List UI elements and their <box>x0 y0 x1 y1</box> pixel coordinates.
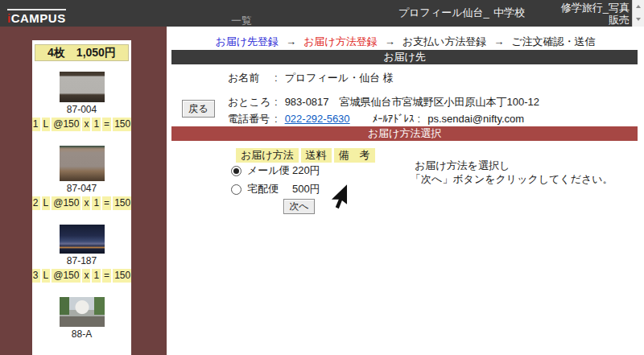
option-fee: 500円 <box>292 182 320 196</box>
name-value: プロフィール・仙台 様 <box>285 71 394 85</box>
delivery-method-header: お届け方法選択 <box>171 126 638 141</box>
breadcrumb-step-address[interactable]: お届け先登録 <box>215 35 279 47</box>
header-scrollbar[interactable] <box>632 0 644 27</box>
item-number: 3 <box>32 269 40 283</box>
column-note: 備 考 <box>334 148 375 163</box>
mouse-cursor-icon <box>330 184 349 211</box>
item-size: L <box>42 118 51 131</box>
item-times: x <box>82 118 90 131</box>
email-value: ps.sendai@nifty.com <box>427 113 524 125</box>
back-button[interactable]: 戻る <box>182 100 215 118</box>
event-line1: 修学旅行_写真 <box>561 2 630 14</box>
name-row: お名前 : プロフィール・仙台 様 <box>228 72 394 84</box>
cart-item: 88-A <box>32 297 131 340</box>
instruction-line1: お届け方法を選択し <box>411 159 613 172</box>
address-label: おところ <box>228 95 275 109</box>
photo-code: 87-187 <box>32 255 131 266</box>
breadcrumb-arrow: → <box>493 35 504 47</box>
item-times: x <box>82 196 90 210</box>
address-value: 983-0817 宮城県仙台市宮城野区小田原山本丁100-12 <box>285 95 539 109</box>
item-number: 1 <box>32 118 40 131</box>
profile-link[interactable]: プロフィール仙台_ <box>398 6 489 20</box>
school-link[interactable]: 中学校 <box>493 6 525 20</box>
item-unit-price: @150 <box>52 196 80 210</box>
cart-item: 87-004 1L@150x1=150 <box>32 72 131 131</box>
item-number: 2 <box>32 196 40 210</box>
campus-logo: iCAMPUS <box>7 9 66 25</box>
item-unit-price: @150 <box>52 269 80 283</box>
breadcrumb: お届け先登録→お届け方法登録→お支払い方法登録→ご注文確認・送信 <box>167 35 644 49</box>
scroll-down-button[interactable] <box>633 13 644 26</box>
option-courier-delivery[interactable]: 宅配便 500円 <box>231 183 320 196</box>
main-content: お届け先登録→お届け方法登録→お支払い方法登録→ご注文確認・送信 お届け先 戻る… <box>167 27 644 355</box>
delivery-address-header: お届け先 <box>171 50 638 64</box>
photo-code: 88-A <box>32 328 131 340</box>
item-unit-price: @150 <box>52 118 80 131</box>
option-label: メール便 <box>247 163 292 178</box>
item-price-row: 2L@150x1=150 <box>32 196 131 210</box>
mail-delivery-radio[interactable] <box>231 166 242 176</box>
option-mail-delivery[interactable]: メール便 220円 <box>231 164 320 177</box>
item-equals: = <box>102 269 111 283</box>
phone-link[interactable]: 022-292-5630 <box>285 113 350 125</box>
name-label: お名前 <box>228 71 275 85</box>
method-table-header: お届け方法 送料 備 考 <box>236 148 375 163</box>
breadcrumb-arrow: → <box>286 35 296 47</box>
cart-item: 87-187 3L@150x1=150 <box>32 225 131 283</box>
breadcrumb-arrow: → <box>385 35 395 47</box>
photo-thumbnail[interactable] <box>60 225 105 254</box>
breadcrumb-step-delivery-method: お届け方法登録 <box>303 35 378 47</box>
item-times: x <box>82 269 90 283</box>
option-label: 宅配便 <box>247 182 292 196</box>
column-fee: 送料 <box>301 148 332 163</box>
cart-item: 87-047 2L@150x1=150 <box>32 146 131 210</box>
option-fee: 220円 <box>292 163 320 178</box>
logo-text: CAMPUS <box>11 11 66 25</box>
item-qty: 1 <box>92 269 101 283</box>
breadcrumb-step-confirm: ご注文確認・送信 <box>511 35 595 47</box>
cart-total: 4枚 1,050円 <box>35 44 129 61</box>
event-line2: 販売 <box>609 14 630 26</box>
cart-panel: 4枚 1,050円 87-004 1L@150x1=150 87-047 2L@… <box>32 40 131 355</box>
colon: : <box>275 96 278 108</box>
scroll-up-button[interactable] <box>633 0 644 13</box>
address-row: おところ : 983-0817 宮城県仙台市宮城野区小田原山本丁100-12 <box>228 96 539 108</box>
cart-sidebar: 4枚 1,050円 87-004 1L@150x1=150 87-047 2L@… <box>0 27 167 355</box>
instruction-text: お届け方法を選択し 「次へ」ボタンをクリックしてください。 <box>411 159 613 186</box>
item-qty: 1 <box>92 196 101 210</box>
item-subtotal: 150 <box>113 196 131 210</box>
email-label: ﾒｰﾙｱﾄﾞﾚｽ <box>373 113 415 125</box>
top-navigation-bar: iCAMPUS 一覧 プロフィール仙台_ 中学校 修学旅行_写真販売 <box>0 0 644 27</box>
phone-label: 電話番号 <box>228 112 275 126</box>
photo-thumbnail[interactable] <box>60 297 105 327</box>
next-button[interactable]: 次へ <box>283 199 315 214</box>
photo-code: 87-004 <box>32 104 131 115</box>
breadcrumb-step-payment: お支払い方法登録 <box>402 35 487 47</box>
chevron-up-icon <box>636 5 641 8</box>
item-subtotal: 150 <box>113 269 131 283</box>
item-size: L <box>42 196 51 210</box>
courier-delivery-radio[interactable] <box>231 184 242 195</box>
photo-thumbnail[interactable] <box>60 72 105 102</box>
item-equals: = <box>102 196 111 210</box>
phone-row: 電話番号 : 022-292-5630 ﾒｰﾙｱﾄﾞﾚｽ : ps.sendai… <box>228 113 524 125</box>
item-price-row: 3L@150x1=150 <box>32 269 131 283</box>
colon: : <box>418 113 421 125</box>
item-equals: = <box>102 118 111 131</box>
chevron-down-icon <box>636 18 641 21</box>
item-subtotal: 150 <box>113 118 131 131</box>
item-size: L <box>42 269 51 283</box>
photo-thumbnail[interactable] <box>60 146 105 181</box>
photo-code: 87-047 <box>32 183 131 194</box>
item-qty: 1 <box>92 118 101 131</box>
column-method: お届け方法 <box>236 148 299 163</box>
instruction-line2: 「次へ」ボタンをクリックしてください。 <box>411 172 613 186</box>
colon: : <box>275 72 278 84</box>
item-price-row: 1L@150x1=150 <box>32 118 131 131</box>
colon: : <box>275 113 278 125</box>
event-link[interactable]: 修学旅行_写真販売 <box>560 2 630 26</box>
